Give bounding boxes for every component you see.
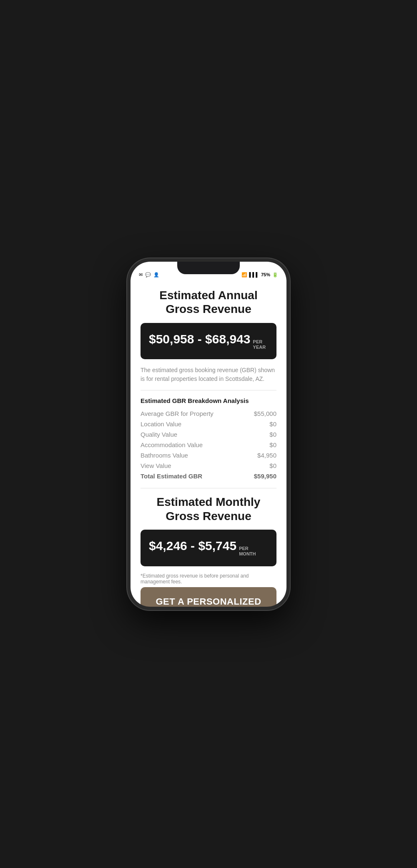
total-label: Total Estimated GBR [141,473,202,480]
monthly-revenue-box: $4,246 - $5,745 PER MONTH [141,530,276,566]
breakdown-row-avgGBR: Average GBR for Property $55,000 [141,408,276,419]
breakdown-row-location: Location Value $0 [141,419,276,429]
message-icon: 💬 [145,272,151,278]
annual-per-label: PER YEAR [253,339,266,350]
status-left-icons: ✉ 💬 👤 [139,272,159,278]
annual-revenue-amount: $50,958 - $68,943 PER YEAR [149,332,268,350]
breakdown-row-view: View Value $0 [141,460,276,471]
quality-value: $0 [269,431,276,438]
accommodation-label: Accommodation Value [141,441,203,448]
battery-icon: 🔋 [272,272,278,278]
breakdown-row-accommodation: Accommodation Value $0 [141,440,276,450]
phone-frame: ✉ 💬 👤 📶 ▌▌▌ 75% 🔋 Estimated Annual Gross… [127,258,290,610]
mail-icon: ✉ [139,272,143,278]
quality-label: Quality Value [141,431,177,438]
notch [177,262,240,274]
person-icon: 👤 [153,272,159,278]
battery-text: 75% [261,272,270,277]
volume-up-button [127,330,128,353]
view-label: View Value [141,462,171,469]
gbr-breakdown: Estimated GBR Breakdown Analysis Average… [141,397,276,481]
avgGBR-label: Average GBR for Property [141,410,214,417]
bathrooms-label: Bathrooms Value [141,452,188,459]
monthly-per-label: PER MONTH [239,546,256,557]
bathrooms-value: $4,950 [257,452,276,459]
location-value: $0 [269,420,276,428]
wifi-icon: 📶 [241,272,247,278]
breakdown-row-quality: Quality Value $0 [141,429,276,440]
accommodation-value: $0 [269,441,276,448]
power-button [289,335,290,366]
signal-icon: ▌▌▌ [249,272,259,277]
breakdown-title: Estimated GBR Breakdown Analysis [141,397,276,404]
cta-button[interactable]: GET A PERSONALIZED 📊 ESTIMATE [141,587,276,607]
volume-down-button [127,358,128,380]
screen[interactable]: Estimated Annual Gross Revenue $50,958 -… [131,280,286,607]
divider-bottom [141,488,276,488]
annual-description: The estimated gross booking revenue (GBR… [141,366,276,383]
cta-line1: GET A PERSONALIZED [156,596,261,607]
breakdown-row-bathrooms: Bathrooms Value $4,950 [141,450,276,460]
location-label: Location Value [141,420,181,428]
status-right-icons: 📶 ▌▌▌ 75% 🔋 [241,272,278,278]
annual-revenue-title: Estimated Annual Gross Revenue [141,288,276,316]
monthly-disclaimer: *Estimated gross revenue is before perso… [141,573,276,585]
avgGBR-value: $55,000 [254,410,276,417]
divider-top [141,390,276,390]
monthly-revenue-title: Estimated Monthly Gross Revenue [141,495,276,523]
total-value: $59,950 [254,473,276,480]
monthly-revenue-amount: $4,246 - $5,745 PER MONTH [149,539,268,557]
mute-button [127,312,128,325]
annual-revenue-box: $50,958 - $68,943 PER YEAR [141,323,276,359]
breakdown-row-total: Total Estimated GBR $59,950 [141,471,276,481]
view-value: $0 [269,462,276,469]
